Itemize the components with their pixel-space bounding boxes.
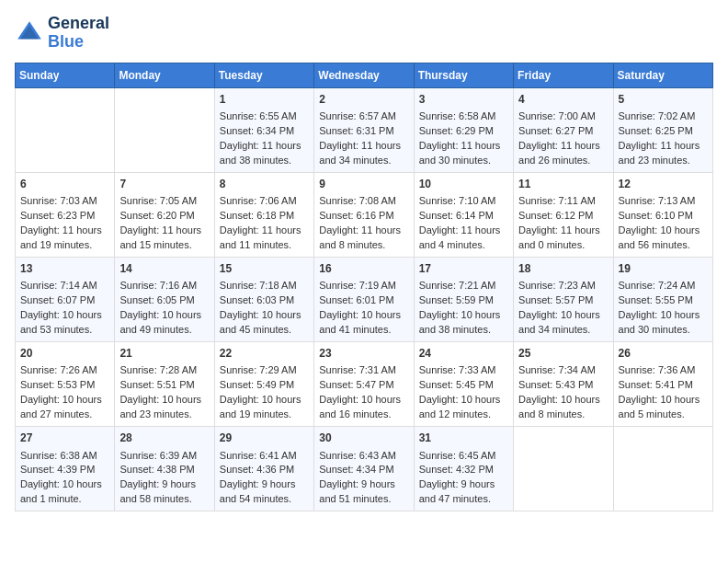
day-number: 28 bbox=[119, 431, 209, 446]
day-number: 9 bbox=[319, 177, 408, 192]
calendar-header: SundayMondayTuesdayWednesdayThursdayFrid… bbox=[16, 63, 713, 87]
calendar-cell: 8Sunrise: 7:06 AMSunset: 6:18 PMDaylight… bbox=[214, 172, 313, 257]
day-info: and 45 minutes. bbox=[220, 323, 309, 338]
calendar-cell bbox=[115, 87, 214, 172]
calendar-cell: 6Sunrise: 7:03 AMSunset: 6:23 PMDaylight… bbox=[16, 172, 115, 257]
calendar-cell: 12Sunrise: 7:13 AMSunset: 6:10 PMDayligh… bbox=[613, 172, 712, 257]
day-info: and 38 minutes. bbox=[220, 154, 309, 168]
day-info: Sunrise: 7:03 AM bbox=[20, 194, 109, 209]
day-info: and 47 minutes. bbox=[419, 492, 508, 507]
weekday-header: Thursday bbox=[414, 63, 513, 87]
day-info: and 8 minutes. bbox=[319, 238, 408, 253]
day-info: Sunset: 4:39 PM bbox=[20, 463, 109, 477]
day-info: Sunset: 5:59 PM bbox=[419, 293, 508, 308]
day-info: Sunrise: 7:10 AM bbox=[419, 194, 508, 209]
day-info: Sunrise: 7:00 AM bbox=[518, 109, 608, 124]
calendar-cell: 26Sunrise: 7:36 AMSunset: 5:41 PMDayligh… bbox=[613, 342, 712, 427]
day-number: 23 bbox=[319, 346, 408, 362]
day-info: Sunset: 6:27 PM bbox=[518, 124, 608, 139]
day-info: Sunset: 5:53 PM bbox=[20, 378, 109, 393]
day-info: and 54 minutes. bbox=[220, 492, 309, 507]
day-info: Sunset: 6:10 PM bbox=[619, 209, 708, 224]
calendar-week-row: 1Sunrise: 6:55 AMSunset: 6:34 PMDaylight… bbox=[16, 87, 713, 172]
calendar-cell bbox=[514, 427, 613, 511]
day-info: Sunrise: 7:31 AM bbox=[319, 363, 408, 378]
day-info: and 16 minutes. bbox=[319, 408, 408, 422]
weekday-header: Wednesday bbox=[314, 63, 414, 87]
day-number: 30 bbox=[319, 431, 408, 446]
day-info: Daylight: 10 hours bbox=[20, 393, 109, 408]
day-info: Sunset: 4:36 PM bbox=[220, 463, 309, 477]
day-info: Daylight: 10 hours bbox=[20, 308, 109, 323]
day-info: Sunset: 5:43 PM bbox=[518, 378, 608, 393]
day-info: Sunset: 5:51 PM bbox=[119, 378, 209, 393]
day-info: Sunset: 4:32 PM bbox=[419, 463, 508, 477]
day-number: 19 bbox=[619, 261, 708, 277]
day-info: Sunrise: 7:18 AM bbox=[220, 279, 309, 293]
day-info: Sunrise: 7:26 AM bbox=[20, 363, 109, 378]
day-info: Sunset: 5:47 PM bbox=[319, 378, 408, 393]
calendar-cell: 22Sunrise: 7:29 AMSunset: 5:49 PMDayligh… bbox=[214, 342, 313, 427]
logo-icon bbox=[15, 18, 44, 48]
day-info: Daylight: 11 hours bbox=[619, 139, 708, 154]
day-number: 12 bbox=[619, 177, 708, 192]
day-number: 2 bbox=[319, 92, 408, 108]
day-info: and 38 minutes. bbox=[419, 323, 508, 338]
day-info: Sunset: 6:31 PM bbox=[319, 124, 408, 139]
calendar-cell: 23Sunrise: 7:31 AMSunset: 5:47 PMDayligh… bbox=[314, 342, 414, 427]
calendar-cell: 30Sunrise: 6:43 AMSunset: 4:34 PMDayligh… bbox=[314, 427, 414, 511]
calendar-cell: 10Sunrise: 7:10 AMSunset: 6:14 PMDayligh… bbox=[414, 172, 513, 257]
day-info: Sunset: 6:29 PM bbox=[419, 124, 508, 139]
day-info: and 30 minutes. bbox=[619, 323, 708, 338]
day-info: Sunrise: 7:29 AM bbox=[220, 363, 309, 378]
day-number: 6 bbox=[20, 177, 109, 192]
day-info: and 12 minutes. bbox=[419, 408, 508, 422]
day-number: 3 bbox=[419, 92, 508, 108]
day-info: and 19 minutes. bbox=[220, 408, 309, 422]
day-info: Sunrise: 7:21 AM bbox=[419, 279, 508, 293]
day-info: Daylight: 10 hours bbox=[20, 477, 109, 492]
day-info: Sunset: 6:23 PM bbox=[20, 209, 109, 224]
day-info: and 56 minutes. bbox=[619, 238, 708, 253]
day-info: Sunrise: 7:11 AM bbox=[518, 194, 608, 209]
day-info: Daylight: 11 hours bbox=[518, 224, 608, 238]
day-info: Sunrise: 6:55 AM bbox=[220, 109, 309, 124]
weekday-header: Friday bbox=[514, 63, 613, 87]
day-number: 25 bbox=[518, 346, 608, 362]
day-number: 1 bbox=[220, 92, 309, 108]
day-info: and 34 minutes. bbox=[319, 154, 408, 168]
weekday-header: Monday bbox=[115, 63, 214, 87]
day-info: Sunrise: 7:36 AM bbox=[619, 363, 708, 378]
day-info: Daylight: 10 hours bbox=[319, 393, 408, 408]
day-info: Daylight: 11 hours bbox=[20, 224, 109, 238]
day-info: Daylight: 10 hours bbox=[119, 393, 209, 408]
day-info: Daylight: 10 hours bbox=[518, 393, 608, 408]
calendar-cell: 27Sunrise: 6:38 AMSunset: 4:39 PMDayligh… bbox=[16, 427, 115, 511]
day-info: Sunset: 6:18 PM bbox=[220, 209, 309, 224]
calendar-cell: 14Sunrise: 7:16 AMSunset: 6:05 PMDayligh… bbox=[115, 257, 214, 341]
calendar-cell: 29Sunrise: 6:41 AMSunset: 4:36 PMDayligh… bbox=[214, 427, 313, 511]
day-info: Sunrise: 7:23 AM bbox=[518, 279, 608, 293]
day-info: and 1 minute. bbox=[20, 492, 109, 507]
day-info: Sunrise: 7:28 AM bbox=[119, 363, 209, 378]
day-info: Sunrise: 6:57 AM bbox=[319, 109, 408, 124]
day-info: Sunset: 6:16 PM bbox=[319, 209, 408, 224]
day-number: 31 bbox=[419, 431, 508, 446]
day-number: 16 bbox=[319, 261, 408, 277]
day-number: 5 bbox=[619, 92, 708, 108]
calendar-week-row: 20Sunrise: 7:26 AMSunset: 5:53 PMDayligh… bbox=[16, 342, 713, 427]
calendar-table: SundayMondayTuesdayWednesdayThursdayFrid… bbox=[15, 63, 713, 512]
day-info: Sunset: 4:34 PM bbox=[319, 463, 408, 477]
day-info: Daylight: 11 hours bbox=[220, 224, 309, 238]
day-info: Sunrise: 6:38 AM bbox=[20, 449, 109, 464]
day-info: Daylight: 11 hours bbox=[220, 139, 309, 154]
day-info: and 23 minutes. bbox=[119, 408, 209, 422]
day-info: Sunset: 6:05 PM bbox=[119, 293, 209, 308]
day-info: Daylight: 10 hours bbox=[419, 308, 508, 323]
day-info: and 4 minutes. bbox=[419, 238, 508, 253]
day-info: Sunrise: 7:06 AM bbox=[220, 194, 309, 209]
calendar-cell: 11Sunrise: 7:11 AMSunset: 6:12 PMDayligh… bbox=[514, 172, 613, 257]
day-number: 21 bbox=[119, 346, 209, 362]
page-header: General Blue bbox=[15, 15, 713, 52]
day-info: Sunrise: 6:45 AM bbox=[419, 449, 508, 464]
